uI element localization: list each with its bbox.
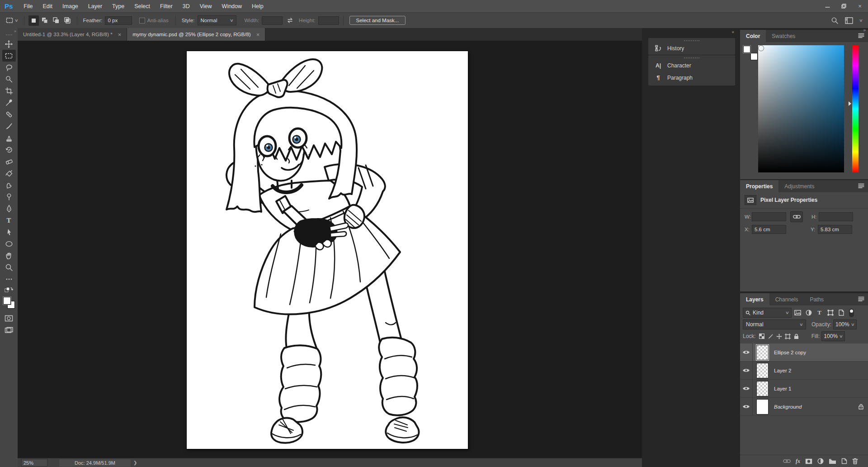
filter-smart-objects-icon[interactable] [836, 309, 846, 317]
opacity-select[interactable]: 100% ∨ [833, 319, 857, 329]
background-color-swatch[interactable] [750, 53, 758, 60]
clone-stamp-tool[interactable] [2, 132, 16, 144]
visibility-toggle[interactable] [740, 398, 753, 415]
toolbar-grip[interactable] [6, 34, 12, 35]
visibility-toggle[interactable] [740, 362, 753, 379]
tab-adjustments[interactable]: Adjustments [778, 180, 820, 192]
spot-healing-brush-tool[interactable] [2, 109, 16, 120]
lock-transparent-pixels-icon[interactable] [758, 334, 766, 339]
document-tab-untitled[interactable]: Untitled-1 @ 33.3% (Layer 4, RGB/8) * × [18, 28, 127, 41]
move-tool[interactable] [2, 38, 16, 50]
layer-filtering-toggle[interactable] [849, 309, 854, 317]
close-button[interactable]: × [852, 0, 868, 12]
filter-type-layers-icon[interactable]: T [815, 309, 824, 317]
restore-button[interactable] [835, 0, 852, 12]
layer-name[interactable]: Ellipse 2 copy [774, 350, 806, 355]
blend-mode-select[interactable]: Normal ∨ [743, 319, 806, 329]
add-layer-mask-icon[interactable] [805, 458, 812, 464]
eyedropper-tool[interactable] [2, 97, 16, 109]
quick-selection-tool[interactable] [2, 73, 16, 85]
menu-layer[interactable]: Layer [83, 0, 107, 12]
edit-toolbar-icon[interactable] [2, 273, 16, 285]
ellipse-shape-tool[interactable] [2, 238, 16, 250]
foreground-background-swatches[interactable] [3, 297, 15, 309]
swap-colors-icon[interactable] [2, 285, 16, 294]
subtract-from-selection-button[interactable] [51, 15, 61, 26]
smudge-tool[interactable] [2, 179, 16, 191]
toolbar-collapse-icon[interactable]: » [14, 29, 16, 33]
new-group-icon[interactable] [829, 458, 836, 464]
visibility-toggle[interactable] [740, 343, 753, 361]
screen-mode-icon[interactable] [2, 324, 16, 336]
width-input[interactable] [262, 16, 283, 25]
zoom-tool[interactable] [2, 262, 16, 273]
filter-adjustment-layers-icon[interactable] [804, 309, 813, 317]
tab-properties[interactable]: Properties [740, 180, 778, 192]
hue-slider-handle[interactable] [849, 101, 851, 106]
menu-help[interactable]: Help [247, 0, 269, 12]
delete-layer-icon[interactable] [852, 458, 858, 464]
panel-menu-icon[interactable] [858, 296, 864, 301]
color-picker-ring[interactable] [759, 46, 764, 51]
layer-thumbnail[interactable] [756, 345, 769, 360]
history-brush-tool[interactable] [2, 144, 16, 156]
document-tab-mymy-dynamic[interactable]: mymy dynamic.psd @ 25% (Ellipse 2 copy, … [127, 28, 265, 41]
tab-swatches[interactable]: Swatches [766, 30, 801, 42]
document-canvas[interactable] [187, 51, 468, 449]
layer-row-layer-2[interactable]: Layer 2 [740, 362, 868, 380]
y-property-input[interactable] [818, 225, 852, 234]
eraser-tool[interactable] [2, 156, 16, 167]
menu-view[interactable]: View [195, 0, 217, 12]
lock-all-icon[interactable] [792, 334, 801, 339]
height-property-input[interactable] [819, 212, 853, 221]
zoom-level-field[interactable] [21, 459, 47, 467]
link-dimensions-button[interactable] [790, 211, 803, 222]
menu-file[interactable]: File [19, 0, 38, 12]
foreground-color-swatch[interactable] [3, 297, 11, 305]
character-panel-button[interactable]: A| Character [648, 59, 735, 71]
path-selection-tool[interactable] [2, 226, 16, 238]
gradient-tool[interactable] [2, 167, 16, 179]
panel-grip[interactable] [684, 40, 699, 41]
rectangular-marquee-tool[interactable] [2, 50, 16, 62]
swap-dimensions-icon[interactable] [286, 17, 294, 24]
width-property-input[interactable] [752, 212, 786, 221]
layer-row-background[interactable]: Background [740, 398, 868, 416]
menu-select[interactable]: Select [129, 0, 155, 12]
visibility-toggle[interactable] [740, 380, 753, 397]
x-property-input[interactable] [752, 225, 786, 234]
color-panel-swatches[interactable] [743, 46, 759, 61]
crop-tool[interactable] [2, 85, 16, 97]
hand-tool[interactable] [2, 250, 16, 262]
intersect-selection-button[interactable] [62, 15, 73, 26]
panel-grip[interactable] [684, 57, 699, 58]
tab-color[interactable]: Color [740, 30, 766, 42]
new-layer-icon[interactable] [841, 458, 847, 464]
layer-thumbnail[interactable] [756, 381, 769, 396]
paragraph-panel-button[interactable]: ¶ Paragraph [648, 71, 735, 84]
expand-panels-icon[interactable]: « [731, 29, 734, 34]
menu-edit[interactable]: Edit [38, 0, 58, 12]
dodge-tool[interactable] [2, 191, 16, 203]
layer-name[interactable]: Background [774, 404, 802, 410]
menu-3d[interactable]: 3D [178, 0, 195, 12]
layer-row-ellipse-2-copy[interactable]: Ellipse 2 copy [740, 343, 868, 362]
panel-menu-icon[interactable] [858, 183, 864, 188]
collapse-panels-icon[interactable]: » [863, 28, 866, 33]
menu-window[interactable]: Window [217, 0, 247, 12]
document-size-info[interactable]: Doc: 24.9M/51.9M [59, 459, 131, 467]
filter-shape-layers-icon[interactable] [826, 309, 835, 317]
type-tool[interactable]: T [2, 214, 16, 226]
feather-input[interactable] [105, 16, 132, 25]
menu-image[interactable]: Image [57, 0, 83, 12]
fill-select[interactable]: 100% ∨ [821, 331, 845, 341]
filter-kind-select[interactable]: Kind ∨ [743, 308, 792, 318]
tab-paths[interactable]: Paths [804, 293, 830, 305]
panel-menu-icon[interactable] [858, 33, 864, 38]
tab-layers[interactable]: Layers [740, 293, 769, 305]
layer-name[interactable]: Layer 1 [774, 386, 791, 391]
minimize-button[interactable] [819, 0, 835, 12]
layer-thumbnail[interactable] [756, 363, 769, 378]
lock-position-icon[interactable] [775, 334, 783, 339]
canvas-area[interactable] [18, 41, 642, 458]
